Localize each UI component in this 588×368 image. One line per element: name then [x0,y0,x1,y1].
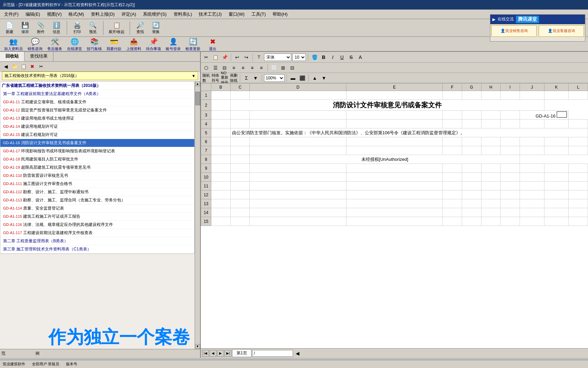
cell-7-5[interactable] [462,146,481,155]
cell-7-0[interactable] [211,146,231,155]
cell-14-9[interactable] [544,208,569,217]
cell-6-8[interactable] [520,137,544,146]
tree-item-a17[interactable]: GD-A1-17 环境影响报告书或环境影响报告表或环境影响登记表 [0,147,194,155]
cell-12-5[interactable] [462,190,481,199]
cell-9-7[interactable] [501,164,520,173]
cell-7-7[interactable] [501,146,520,155]
cell-6-5[interactable] [462,137,481,146]
online-button[interactable]: 🌐 在线课堂 [66,36,83,52]
cell-13-7[interactable] [501,199,520,208]
customer-service-btn[interactable]: 👤 筑业客服咨询 [539,25,584,37]
sheet-undo-btn[interactable]: ↩ [233,53,241,61]
cell-11-10[interactable] [569,182,588,190]
cell-14-6[interactable] [481,208,501,217]
font-size-select[interactable]: 10 [292,53,306,61]
cell-9-1[interactable] [230,164,250,173]
cell-1-5[interactable] [462,91,481,100]
cell-11-6[interactable] [481,182,501,190]
cell-7-9[interactable] [544,146,569,155]
payment-button[interactable]: 💳 我要付款 [105,36,123,52]
cell-12-6[interactable] [481,190,501,199]
cell-14-8[interactable] [520,208,544,217]
cell-13-2[interactable] [250,199,346,208]
scroll-up-btn[interactable]: ▲ [195,81,200,86]
cell-15-6[interactable] [481,217,501,226]
cell-4-5[interactable] [462,120,481,128]
cell-8-1[interactable] [230,155,250,164]
cell-13-8[interactable] [520,199,544,208]
sheet-tab-page1[interactable]: 第1页 [232,349,251,357]
bold-btn[interactable]: B [320,53,328,61]
scrollbar-thumb[interactable] [195,92,200,105]
border-style-btn[interactable]: ▬ [289,74,297,82]
cell-11-5[interactable] [462,182,481,190]
col-header-i[interactable]: I [501,83,520,91]
cell-14-2[interactable] [250,208,346,217]
cell-6-7[interactable] [501,137,520,146]
cell-14-5[interactable] [462,208,481,217]
cell-2-0[interactable] [211,100,231,111]
col-header-b[interactable]: B [211,83,231,91]
cell-7-8[interactable] [520,146,544,155]
bucket-fill-btn[interactable]: 🪣 [310,53,318,61]
expand-button[interactable]: 📋 展开/收起 [107,20,126,35]
cell-7-10[interactable] [569,146,588,155]
cell-7-4[interactable] [443,146,462,155]
cell-4-1[interactable] [230,120,250,128]
cell-3-4[interactable] [443,111,462,120]
cell-15-2[interactable] [250,217,346,226]
cell-9-9[interactable] [544,164,569,173]
sheet-nav-next[interactable]: ▶ [217,350,224,357]
align-left2-btn[interactable]: ≡ [230,64,238,72]
sheet-nav-prev[interactable]: ◀ [210,350,216,357]
cell-9-4[interactable] [443,164,462,173]
cell-10-6[interactable] [481,173,501,182]
tree-item-ch3[interactable]: 第三章 施工管理和技术文件资料用表（C1类表） [0,245,194,254]
scissors-btn[interactable]: ✂ [37,63,45,70]
cell-10-9[interactable] [544,173,569,182]
cell-8-2[interactable]: 未经授权[UnAuthorized] [250,155,520,164]
tree-item-a11[interactable]: GD-A1-11 工程建设立项审批、核准或备案文件 [0,98,194,106]
menu-edit[interactable]: 编辑(E) [23,11,43,18]
cell-14-4[interactable] [443,208,462,217]
menu-evaluate[interactable]: 评定(A) [119,11,139,18]
menu-tools[interactable]: 工具(T) [249,11,269,18]
cell-14-3[interactable] [346,208,442,217]
cell-12-2[interactable] [250,190,346,199]
info-button[interactable]: ℹ️ 信息 [50,20,63,35]
border-color-btn[interactable]: ⬛ [298,74,306,82]
cell-4-10[interactable] [569,120,588,128]
cell-6-0[interactable] [211,137,231,146]
cell-1-4[interactable] [443,91,462,100]
align-justify-btn[interactable]: ≡ [257,64,265,72]
menu-tech[interactable]: 技术工艺(J) [196,11,224,18]
tree-item-a112[interactable]: GD-A1-112 勘察、设计、施工、监理中标通知书 [0,188,194,196]
cell-6-3[interactable] [346,137,442,146]
zoom-select[interactable]: 100% [264,74,284,82]
scroll-down-btn[interactable]: ▼ [195,344,200,349]
tree-item-a14[interactable]: GD-A1-14 建设用地规划许可证 [0,123,194,131]
cell-3-3[interactable] [346,111,442,120]
cell-11-1[interactable] [230,182,250,190]
tree-item-a116[interactable]: GD-A1-116 法律、法规、规章规定应办理的其他建设程序文件 [0,221,194,229]
cell-8-0[interactable] [211,155,231,164]
col-header-k[interactable]: K [544,83,569,91]
cell-4-8[interactable] [520,120,544,128]
upload2-button[interactable]: 📤 上报资料 [125,36,143,52]
page-input[interactable] [252,350,293,357]
insert-row-btn[interactable]: ⊞ [279,64,287,72]
menu-system[interactable]: 系统维护(S) [140,11,169,18]
tree-item-a15[interactable]: GD-A1-15 建设工程规划许可证 [0,131,194,139]
cell-12-7[interactable] [501,190,520,199]
cell-1-7[interactable] [501,91,520,100]
cell-14-10[interactable] [569,208,588,217]
cell-15-10[interactable] [569,217,588,226]
cell-10-5[interactable] [462,173,481,182]
cell-13-10[interactable] [569,199,588,208]
cell-12-9[interactable] [544,190,569,199]
menu-window[interactable]: 窗口(W) [226,11,247,18]
tree-item-a19[interactable]: GD-A1-19 超限高层建筑工程抗震专项审查意见书 [0,164,194,172]
cell-15-7[interactable] [501,217,520,226]
cell-1-1[interactable] [230,91,250,100]
cell-4-2[interactable] [250,120,346,128]
